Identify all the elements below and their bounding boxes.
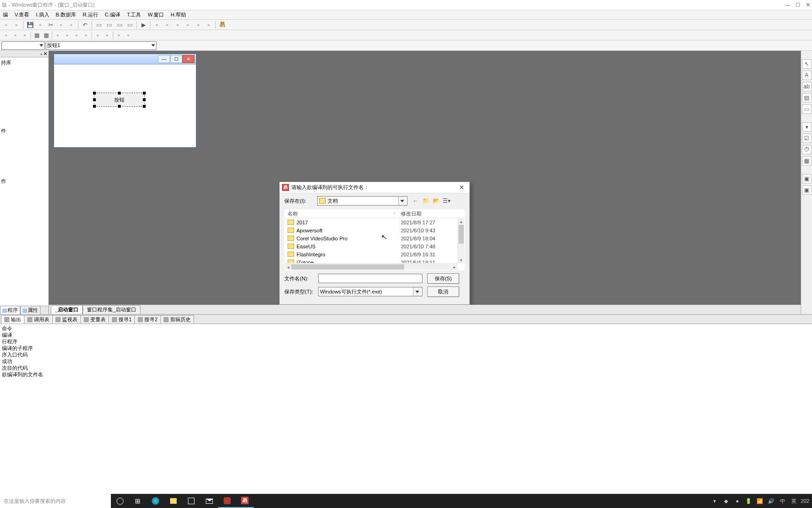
- close-button[interactable]: ✕: [806, 2, 810, 8]
- list-icon[interactable]: ▤: [802, 93, 812, 103]
- pointer-icon[interactable]: ↖: [802, 59, 812, 69]
- menu-item[interactable]: B.数据库: [54, 11, 78, 19]
- scroll-up-icon[interactable]: ▴: [458, 218, 464, 225]
- file-list-header[interactable]: 名称^ 修改日期: [285, 210, 464, 218]
- filename-input[interactable]: [318, 274, 422, 283]
- tray-icon[interactable]: ◆: [723, 498, 729, 504]
- app-icon[interactable]: [218, 494, 236, 508]
- component-icon[interactable]: ▣: [802, 174, 812, 183]
- pin-icon[interactable]: ▫: [40, 51, 42, 57]
- frame-icon[interactable]: ▭: [802, 104, 812, 114]
- task-view-icon[interactable]: ⊞: [129, 494, 147, 508]
- timer-icon[interactable]: ⏱: [802, 145, 812, 154]
- easylang-icon[interactable]: 易: [236, 494, 254, 508]
- step-icon[interactable]: ▫: [183, 21, 193, 29]
- print-icon[interactable]: ▫: [36, 21, 45, 29]
- output-tab[interactable]: 剪辑历史: [160, 315, 194, 324]
- cancel-button[interactable]: 取消: [427, 286, 459, 297]
- layout-icon[interactable]: ▭: [125, 21, 134, 29]
- layout-icon[interactable]: ▭: [104, 21, 114, 29]
- chevron-down-icon[interactable]: [398, 197, 406, 205]
- file-list-body[interactable]: 20172021/8/9 17:27 Apowersoft2021/8/10 9…: [285, 218, 464, 263]
- output-tab[interactable]: 搜寻1: [109, 315, 135, 324]
- scroll-thumb[interactable]: [459, 225, 464, 244]
- align-icon[interactable]: ▫: [72, 31, 81, 40]
- resize-handle[interactable]: [93, 98, 96, 101]
- step-icon[interactable]: ▫: [163, 21, 172, 29]
- view-menu-icon[interactable]: ☰▾: [442, 197, 451, 206]
- copy-icon[interactable]: ▫: [56, 21, 66, 29]
- col-date[interactable]: 修改日期: [399, 210, 422, 217]
- col-name[interactable]: 名称^: [285, 210, 399, 217]
- menu-item[interactable]: H.帮助: [169, 11, 188, 19]
- stop-icon[interactable]: ▫: [152, 21, 162, 29]
- tray-icon[interactable]: ●: [734, 498, 741, 504]
- menu-item[interactable]: V.查看: [13, 11, 31, 19]
- undo-icon[interactable]: ↶: [80, 21, 90, 29]
- horizontal-scrollbar[interactable]: ◂ ▸: [285, 263, 458, 270]
- chevron-down-icon[interactable]: [413, 287, 421, 296]
- align-icon[interactable]: ▫: [93, 31, 102, 40]
- tab-window-code[interactable]: 窗口程序集_启动窗口: [83, 305, 141, 314]
- scroll-right-icon[interactable]: ▸: [451, 264, 458, 270]
- tray-icon[interactable]: 🔋: [745, 498, 752, 504]
- edge-icon[interactable]: [147, 494, 164, 508]
- grid-icon[interactable]: ▦: [41, 31, 51, 40]
- form-window[interactable]: — ☐ ✕ 按钮: [54, 54, 196, 148]
- menu-item[interactable]: T.工具: [125, 11, 143, 19]
- close-icon[interactable]: ✕: [43, 51, 47, 57]
- align-icon[interactable]: ▫: [11, 31, 20, 40]
- tab-startup-window[interactable]: _启动窗口: [51, 305, 83, 314]
- project-tree[interactable]: 持库 件 作: [0, 57, 48, 306]
- form-titlebar[interactable]: — ☐ ✕: [54, 54, 196, 64]
- tab-properties[interactable]: 属性: [20, 306, 40, 314]
- form-max-button[interactable]: ☐: [170, 55, 182, 63]
- vertical-scrollbar[interactable]: ▴ ▾: [458, 218, 464, 263]
- list-item[interactable]: EaseUS2021/8/10 7:48: [285, 242, 464, 250]
- tray-icon[interactable]: 📶: [757, 498, 763, 504]
- list-item[interactable]: iZotope2021/6/4 19:11: [285, 258, 464, 263]
- taskbar-search[interactable]: 在这里输入你要搜索的内容: [0, 494, 111, 508]
- dialog-titlebar[interactable]: 易 请输入欲编译到的可执行文件名： ✕: [280, 182, 469, 193]
- scroll-down-icon[interactable]: ▾: [458, 257, 464, 263]
- align-icon[interactable]: ▫: [102, 31, 112, 40]
- form-client-area[interactable]: 按钮: [54, 64, 196, 147]
- minimize-button[interactable]: —: [785, 2, 790, 8]
- output-tab[interactable]: 输出: [1, 315, 24, 324]
- tab-program[interactable]: 程序: [0, 306, 20, 314]
- run-icon[interactable]: ▶: [139, 21, 148, 29]
- list-item[interactable]: Apowersoft2021/8/10 9:43: [285, 226, 464, 234]
- cut-icon[interactable]: ✂: [46, 21, 55, 29]
- menu-item[interactable]: R.运行: [81, 11, 100, 19]
- resize-handle[interactable]: [118, 92, 121, 95]
- maximize-button[interactable]: ☐: [796, 2, 800, 8]
- member-combo[interactable]: 按钮1: [46, 41, 156, 50]
- ime-indicator[interactable]: 中: [779, 498, 786, 504]
- label-icon[interactable]: A: [802, 71, 812, 80]
- output-text[interactable]: 命令 编译 行程序 编译的子程序 序入口代码 成功 次目的代码 欲编译到的文件名: [0, 324, 812, 394]
- resize-handle[interactable]: [93, 105, 96, 108]
- align-icon[interactable]: ▫: [124, 31, 133, 40]
- save-icon[interactable]: 💾: [25, 21, 35, 29]
- resize-handle[interactable]: [143, 98, 146, 101]
- align-icon[interactable]: ▫: [81, 31, 91, 40]
- volume-icon[interactable]: 🔊: [768, 498, 774, 504]
- back-icon[interactable]: ←: [411, 197, 420, 206]
- layout-icon[interactable]: ▭: [94, 21, 103, 29]
- step-icon[interactable]: ▫: [204, 21, 213, 29]
- resize-handle[interactable]: [143, 92, 146, 95]
- open-icon[interactable]: ▫: [12, 21, 21, 29]
- store-icon[interactable]: [182, 494, 200, 508]
- cortana-icon[interactable]: [111, 494, 129, 508]
- filetype-combo[interactable]: Windows可执行文件(*.exe): [318, 287, 422, 296]
- step-icon[interactable]: ▫: [194, 21, 203, 29]
- align-icon[interactable]: ▫: [1, 31, 11, 40]
- save-button[interactable]: 保存(S): [427, 273, 459, 284]
- output-tab[interactable]: 搜寻2: [134, 315, 161, 324]
- list-item[interactable]: Corel VideoStudio Pro2021/8/9 18:04: [285, 234, 464, 242]
- object-combo[interactable]: [1, 41, 45, 50]
- image-icon[interactable]: ▦: [802, 156, 812, 166]
- scroll-left-icon[interactable]: ◂: [285, 264, 291, 270]
- folder-combo[interactable]: 文档: [317, 196, 407, 206]
- menu-item[interactable]: I.插入: [34, 11, 51, 19]
